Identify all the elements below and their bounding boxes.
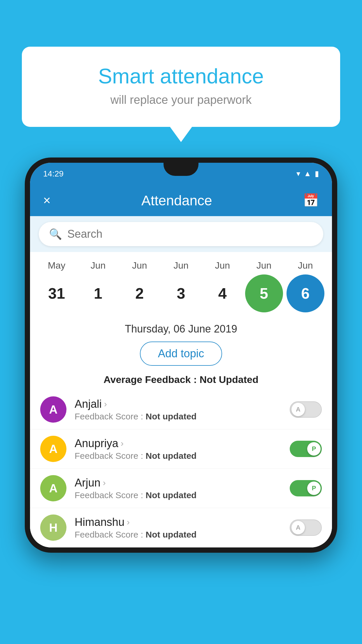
bubble-subtitle: will replace your paperwork xyxy=(45,93,317,106)
student-avatar: A xyxy=(40,396,66,423)
wifi-icon: ▾ xyxy=(296,169,300,178)
calendar-dates: 31 1 2 3 4 5 6 xyxy=(30,272,332,318)
cal-month-6: Jun xyxy=(287,260,324,271)
app-bar-title: Attendance xyxy=(141,192,212,209)
avg-feedback-value: Not Updated xyxy=(200,374,259,385)
student-name[interactable]: Anjali › xyxy=(75,398,282,410)
student-info: Arjun › Feedback Score : Not updated xyxy=(75,477,282,500)
search-input[interactable] xyxy=(67,228,313,240)
chevron-right-icon: › xyxy=(104,399,107,409)
speech-bubble-container: Smart attendance will replace your paper… xyxy=(22,47,340,127)
toggle-knob: P xyxy=(307,442,321,456)
toggle-knob: A xyxy=(291,403,305,416)
status-icons: ▾ ▲ ▮ xyxy=(296,169,319,178)
student-avatar: H xyxy=(40,514,66,541)
status-bar: 14:29 ▾ ▲ ▮ xyxy=(30,163,332,185)
attendance-toggle[interactable]: A xyxy=(290,519,322,536)
student-name[interactable]: Himanshu › xyxy=(75,516,282,528)
signal-icon: ▲ xyxy=(304,169,311,178)
student-info: Himanshu › Feedback Score : Not updated xyxy=(75,516,282,540)
feedback-score: Feedback Score : Not updated xyxy=(75,451,282,461)
cal-date-3[interactable]: 3 xyxy=(162,274,200,312)
student-item: H Himanshu › Feedback Score : Not update… xyxy=(30,508,332,547)
search-bar[interactable]: 🔍 xyxy=(39,222,323,246)
search-icon: 🔍 xyxy=(49,228,62,240)
selected-date-label: Thursday, 06 June 2019 xyxy=(30,318,332,337)
cal-month-5: Jun xyxy=(245,260,283,271)
feedback-score: Feedback Score : Not updated xyxy=(75,412,282,421)
student-name[interactable]: Anupriya › xyxy=(75,437,282,450)
cal-date-1[interactable]: 1 xyxy=(79,274,117,312)
calendar-months: May Jun Jun Jun Jun Jun Jun xyxy=(30,257,332,272)
avg-feedback: Average Feedback : Not Updated xyxy=(30,372,332,390)
student-info: Anupriya › Feedback Score : Not updated xyxy=(75,437,282,461)
toggle-knob: P xyxy=(307,482,321,495)
close-icon[interactable]: × xyxy=(43,193,51,208)
status-time: 14:29 xyxy=(43,169,64,178)
student-name[interactable]: Arjun › xyxy=(75,477,282,489)
cal-month-4: Jun xyxy=(203,260,241,271)
speech-bubble: Smart attendance will replace your paper… xyxy=(22,47,340,127)
attendance-toggle[interactable]: P xyxy=(290,441,322,457)
cal-date-5-today[interactable]: 5 xyxy=(245,274,283,312)
cal-month-2: Jun xyxy=(121,260,159,271)
bubble-title: Smart attendance xyxy=(45,64,317,88)
calendar-icon[interactable]: 📅 xyxy=(303,193,319,208)
cal-date-6-selected[interactable]: 6 xyxy=(287,274,324,312)
student-avatar: A xyxy=(40,475,66,501)
calendar-strip: May Jun Jun Jun Jun Jun Jun 31 1 2 3 4 5… xyxy=(30,252,332,318)
cal-month-3: Jun xyxy=(162,260,200,271)
battery-icon: ▮ xyxy=(315,169,319,178)
app-bar: × Attendance 📅 xyxy=(30,185,332,216)
student-info: Anjali › Feedback Score : Not updated xyxy=(75,398,282,421)
attendance-toggle[interactable]: P xyxy=(290,480,322,496)
chevron-right-icon: › xyxy=(103,478,106,488)
student-list: A Anjali › Feedback Score : Not updated … xyxy=(30,390,332,547)
add-topic-button[interactable]: Add topic xyxy=(140,342,222,366)
student-item: A Arjun › Feedback Score : Not updated P xyxy=(30,469,332,508)
student-item: A Anjali › Feedback Score : Not updated … xyxy=(30,390,332,429)
attendance-toggle-wrap: P xyxy=(290,480,322,496)
attendance-toggle-wrap: P xyxy=(290,441,322,457)
cal-date-2[interactable]: 2 xyxy=(121,274,159,312)
phone-notch xyxy=(164,163,198,176)
phone-frame: 14:29 ▾ ▲ ▮ × Attendance 📅 🔍 May Jun xyxy=(25,158,337,553)
attendance-toggle-wrap: A xyxy=(290,519,322,536)
feedback-score: Feedback Score : Not updated xyxy=(75,530,282,540)
cal-month-1: Jun xyxy=(79,260,117,271)
cal-date-4[interactable]: 4 xyxy=(203,274,241,312)
student-item: A Anupriya › Feedback Score : Not update… xyxy=(30,429,332,469)
student-avatar: A xyxy=(40,436,66,462)
attendance-toggle[interactable]: A xyxy=(290,401,322,418)
phone-screen: 14:29 ▾ ▲ ▮ × Attendance 📅 🔍 May Jun xyxy=(30,163,332,547)
chevron-right-icon: › xyxy=(127,517,130,527)
feedback-score: Feedback Score : Not updated xyxy=(75,490,282,500)
cal-date-31[interactable]: 31 xyxy=(38,274,75,312)
add-topic-container: Add topic xyxy=(30,337,332,372)
cal-month-0: May xyxy=(38,260,75,271)
attendance-toggle-wrap: A xyxy=(290,401,322,418)
toggle-knob: A xyxy=(291,521,305,534)
chevron-right-icon: › xyxy=(121,438,124,448)
avg-feedback-label: Average Feedback : xyxy=(103,374,199,385)
search-container: 🔍 xyxy=(30,216,332,252)
